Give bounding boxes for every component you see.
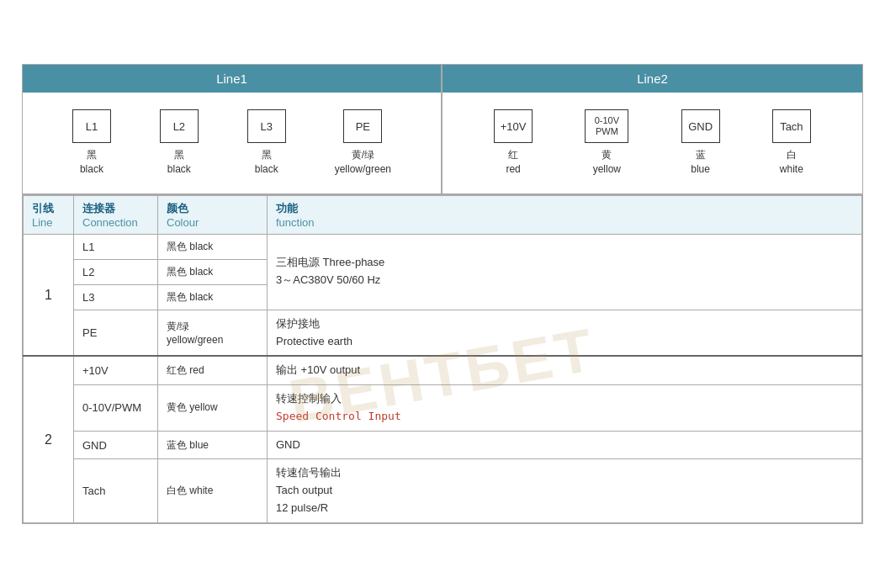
- connector-box-tach: Tach: [772, 109, 811, 143]
- main-container: Line1 Line2 L1 黑black L2 黑black L3 黑blac…: [22, 64, 863, 524]
- connector-box-10v: +10V: [494, 109, 533, 143]
- connector-label-pwm: 黄yellow: [593, 148, 621, 177]
- table-row: PE 黄/绿yellow/green 保护接地Protective earth: [24, 310, 862, 356]
- header-connection-en: Connection: [82, 216, 149, 229]
- color-gnd: 蓝色 blue: [158, 431, 268, 459]
- table-wrapper: 引线 Line 连接器 Connection 颜色 Colour 功能 func…: [23, 195, 862, 523]
- header-line-en: Line: [32, 216, 65, 229]
- conn-10v-row: +10V: [74, 356, 158, 384]
- connector-label-l1: 黑black: [80, 148, 103, 177]
- line-num-1: 1: [24, 234, 74, 356]
- connector-pwm: 0-10VPWM 黄yellow: [585, 109, 628, 177]
- func-tach: 转速信号输出Tach output12 pulse/R: [268, 459, 862, 522]
- table-row: Tach 白色 white 转速信号输出Tach output12 pulse/…: [24, 459, 862, 522]
- color-l1: 黑色 black: [158, 234, 268, 259]
- table-row: 0-10V/PWM 黄色 yellow 转速控制输入Speed Control …: [24, 385, 862, 432]
- connector-label-l2: 黑black: [167, 148, 191, 177]
- color-tach: 白色 white: [158, 459, 268, 522]
- connector-10v: +10V 红red: [494, 109, 533, 177]
- func-gnd: GND: [268, 431, 862, 459]
- table-row: GND 蓝色 blue GND: [24, 431, 862, 459]
- conn-l2: L2: [74, 259, 158, 284]
- table-row: 1 L1 黑色 black 三相电源 Three-phase3～AC380V 5…: [24, 234, 862, 259]
- connector-box-l3: L3: [247, 109, 286, 143]
- connector-box-gnd: GND: [681, 109, 720, 143]
- line2-connector-section: +10V 红red 0-10VPWM 黄yellow GND 蓝blue Tac…: [442, 93, 862, 193]
- connector-box-l1: L1: [72, 109, 111, 143]
- header-connection-cell: 连接器 Connection: [74, 195, 158, 234]
- connector-box-l2: L2: [160, 109, 199, 143]
- connector-label-gnd: 蓝blue: [691, 148, 710, 177]
- table-row: 2 +10V 红色 red 输出 +10V output: [24, 356, 862, 384]
- connector-diagram-row: L1 黑black L2 黑black L3 黑black PE 黄/绿yell…: [23, 93, 862, 195]
- line1-connector-section: L1 黑black L2 黑black L3 黑black PE 黄/绿yell…: [23, 93, 442, 193]
- connector-label-10v: 红red: [506, 148, 520, 177]
- conn-pwm-row: 0-10V/PWM: [74, 385, 158, 432]
- header-color-zh: 颜色: [167, 201, 258, 216]
- data-table: 引线 Line 连接器 Connection 颜色 Colour 功能 func…: [23, 195, 862, 523]
- connector-label-tach: 白white: [780, 148, 803, 177]
- line1-header: Line1: [23, 65, 442, 93]
- connector-l3: L3 黑black: [247, 109, 286, 177]
- conn-tach-row: Tach: [74, 459, 158, 522]
- connector-l1: L1 黑black: [72, 109, 111, 177]
- color-10v: 红色 red: [158, 356, 268, 384]
- col-header-row: 引线 Line 连接器 Connection 颜色 Colour 功能 func…: [24, 195, 862, 234]
- color-l2: 黑色 black: [158, 259, 268, 284]
- line2-header: Line2: [442, 65, 862, 93]
- connector-label-l3: 黑black: [255, 148, 278, 177]
- connector-l2: L2 黑black: [160, 109, 199, 177]
- header-color-en: Colour: [167, 216, 258, 229]
- speed-control-code: Speed Control Input: [276, 410, 401, 422]
- header-function-zh: 功能: [276, 201, 853, 216]
- conn-l3: L3: [74, 284, 158, 310]
- header-line-zh: 引线: [32, 201, 65, 216]
- conn-gnd-row: GND: [74, 431, 158, 459]
- connector-tach: Tach 白white: [772, 109, 811, 177]
- func-10v: 输出 +10V output: [268, 356, 862, 384]
- conn-l1: L1: [74, 234, 158, 259]
- header-function-en: function: [276, 216, 853, 229]
- header-connection-zh: 连接器: [82, 201, 149, 216]
- connector-pe: PE 黄/绿yellow/green: [335, 109, 391, 177]
- func-pwm: 转速控制输入Speed Control Input: [268, 385, 862, 432]
- func-l1-l3: 三相电源 Three-phase3～AC380V 50/60 Hz: [268, 234, 862, 310]
- connector-label-pe: 黄/绿yellow/green: [335, 148, 391, 177]
- connector-box-pe: PE: [343, 109, 382, 143]
- color-l3: 黑色 black: [158, 284, 268, 310]
- line-num-2: 2: [24, 356, 74, 522]
- color-pwm: 黄色 yellow: [158, 385, 268, 432]
- header-row: Line1 Line2: [23, 65, 862, 93]
- header-color-cell: 颜色 Colour: [158, 195, 268, 234]
- conn-pe-row: PE: [74, 310, 158, 356]
- header-line-cell: 引线 Line: [24, 195, 74, 234]
- func-pe: 保护接地Protective earth: [268, 310, 862, 356]
- connector-box-pwm: 0-10VPWM: [585, 109, 628, 143]
- color-pe: 黄/绿yellow/green: [158, 310, 268, 356]
- connector-gnd: GND 蓝blue: [681, 109, 720, 177]
- header-function-cell: 功能 function: [268, 195, 862, 234]
